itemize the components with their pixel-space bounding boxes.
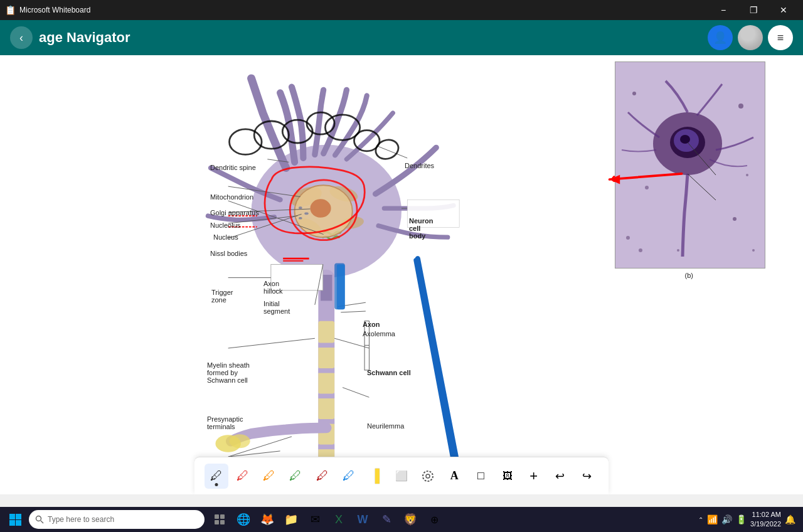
svg-point-62 xyxy=(290,180,357,240)
edge-button[interactable]: 🌐 xyxy=(232,508,255,531)
svg-rect-89 xyxy=(220,514,225,519)
svg-line-52 xyxy=(338,302,366,306)
text-tool-button[interactable]: A xyxy=(442,464,466,489)
firefox-button[interactable]: 🦊 xyxy=(256,508,279,531)
app-header: ‹ age Navigator 👤 ≡ xyxy=(0,20,803,55)
taskview-button[interactable] xyxy=(208,508,231,531)
label-golgi: Golgi apparatus xyxy=(210,209,259,216)
menu-button[interactable]: ≡ xyxy=(768,25,793,50)
close-button[interactable]: ✕ xyxy=(769,0,798,20)
svg-point-78 xyxy=(373,137,402,162)
svg-rect-84 xyxy=(9,520,15,526)
label-initial-segment: Initialsegment xyxy=(263,300,290,315)
svg-line-53 xyxy=(341,311,366,312)
back-button[interactable]: ‹ xyxy=(10,26,33,49)
svg-point-40 xyxy=(215,435,241,452)
blue-pen-button[interactable]: 🖊 xyxy=(337,464,361,489)
header-actions: 👤 ≡ xyxy=(708,25,793,50)
svg-rect-91 xyxy=(220,520,225,524)
label-dendrites: Dendrites xyxy=(405,162,434,169)
search-icon xyxy=(35,515,44,524)
add-button[interactable]: + xyxy=(522,464,546,489)
whiteboard-button[interactable]: ✎ xyxy=(375,508,398,531)
svg-line-55 xyxy=(334,338,369,348)
lasso-button[interactable] xyxy=(416,464,440,489)
shape-button[interactable]: □ xyxy=(469,464,492,489)
mail-button[interactable]: ✉ xyxy=(304,508,326,531)
up-arrow-icon[interactable]: ⌃ xyxy=(698,516,703,523)
dark-red-pen-button[interactable]: 🖊 xyxy=(311,464,334,489)
svg-point-11 xyxy=(752,249,755,252)
svg-line-59 xyxy=(228,451,280,457)
svg-point-77 xyxy=(354,130,380,151)
svg-rect-33 xyxy=(318,343,334,348)
svg-point-23 xyxy=(310,199,331,217)
label-nissl: Nissl bodies xyxy=(210,250,247,257)
orange-pen-button[interactable]: 🖊 xyxy=(257,464,281,489)
titlebar-left: 📋 Microsoft Whiteboard xyxy=(5,5,90,15)
svg-point-73 xyxy=(254,121,289,149)
svg-point-8 xyxy=(733,217,737,221)
redo-button[interactable]: ↪ xyxy=(575,464,598,489)
eraser-button[interactable]: ⬜ xyxy=(390,464,413,489)
pen-tool-button[interactable]: 🖊 xyxy=(205,464,228,489)
notification-icon[interactable]: 🔔 xyxy=(785,514,795,524)
svg-line-57 xyxy=(228,437,292,457)
user-button[interactable]: 👤 xyxy=(708,25,733,50)
svg-point-10 xyxy=(626,236,630,240)
svg-rect-82 xyxy=(9,514,15,519)
svg-rect-26 xyxy=(299,217,302,220)
green-pen-button[interactable]: 🖊 xyxy=(284,464,307,489)
titlebar-controls: − ❐ ✕ xyxy=(709,0,798,20)
label-dendritic-spine: Dendritic spine xyxy=(210,164,256,171)
taskbar-search[interactable]: Type here to search xyxy=(29,510,205,529)
folder-button[interactable]: 📁 xyxy=(280,508,302,531)
taskbar-time[interactable]: 11:02 AM 3/19/2022 xyxy=(750,510,781,529)
highlighter-button[interactable]: ▐ xyxy=(363,464,387,489)
svg-rect-67 xyxy=(334,263,345,310)
svg-point-12 xyxy=(677,249,679,252)
red-pen-button[interactable]: 🖊 xyxy=(231,464,255,489)
app-icon: 📋 xyxy=(5,5,16,15)
svg-rect-29 xyxy=(318,372,334,394)
label-mitochondrion: Mitochondrion xyxy=(210,193,253,201)
svg-rect-30 xyxy=(318,397,334,419)
label-myelin: Myelin sheathformed bySchwann cell xyxy=(207,361,250,384)
label-axolemma: Axolemma xyxy=(363,330,395,338)
label-neurilemma: Neurilemma xyxy=(367,422,404,430)
search-placeholder: Type here to search xyxy=(48,515,114,524)
taskbar: Type here to search 🌐 🦊 📁 ✉ X W ✎ 🦁 ⊕ xyxy=(0,507,803,532)
svg-point-13 xyxy=(639,248,642,252)
svg-point-74 xyxy=(282,120,312,143)
time-display: 11:02 AM xyxy=(750,510,781,519)
whiteboard-canvas[interactable]: (b) xyxy=(0,55,803,494)
label-schwann: Schwann cell xyxy=(367,369,411,376)
image-button[interactable]: 🖼 xyxy=(496,464,519,489)
label-neuron-cell-body: Neuroncellbody xyxy=(409,217,433,240)
svg-rect-25 xyxy=(304,213,308,215)
office-button[interactable]: X xyxy=(327,508,350,531)
svg-line-69 xyxy=(416,260,456,477)
start-button[interactable] xyxy=(3,508,28,531)
svg-point-72 xyxy=(230,129,262,155)
svg-rect-83 xyxy=(16,514,21,519)
minimize-button[interactable]: − xyxy=(709,0,738,20)
brave-button[interactable]: 🦁 xyxy=(399,508,422,531)
svg-rect-85 xyxy=(16,520,21,526)
maximize-button[interactable]: ❐ xyxy=(739,0,768,20)
label-nucleus: Nucleus xyxy=(213,233,238,241)
undo-button[interactable]: ↩ xyxy=(548,464,572,489)
profile-button[interactable] xyxy=(738,25,763,50)
svg-point-5 xyxy=(632,92,636,95)
svg-point-6 xyxy=(738,104,743,109)
svg-rect-68 xyxy=(337,264,345,309)
chrome-button[interactable]: ⊕ xyxy=(423,508,445,531)
svg-rect-88 xyxy=(215,514,219,519)
label-presynaptic: Presynapticterminals xyxy=(207,415,243,430)
word-button[interactable]: W xyxy=(351,508,374,531)
svg-point-16 xyxy=(252,145,402,278)
svg-line-56 xyxy=(343,388,369,398)
svg-point-76 xyxy=(325,115,359,141)
b-label: (b) xyxy=(685,272,693,279)
svg-point-4 xyxy=(680,135,690,144)
